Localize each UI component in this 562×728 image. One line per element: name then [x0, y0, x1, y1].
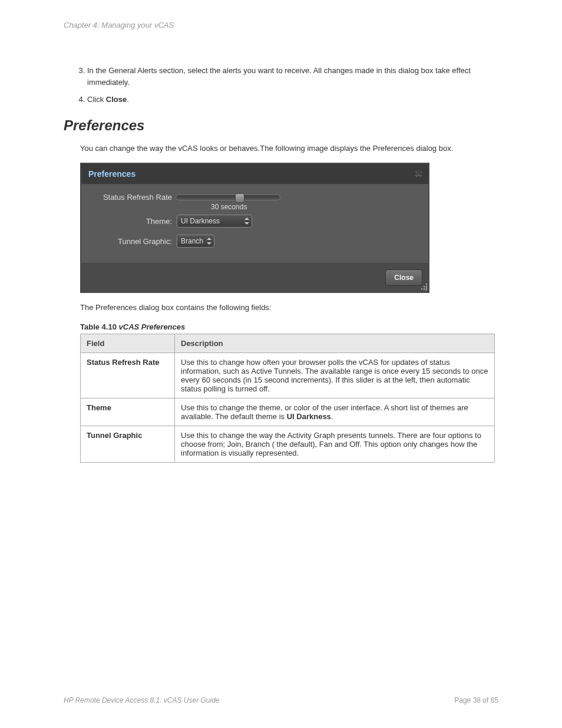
chapter-header: Chapter 4: Managing your vCAS	[64, 21, 498, 29]
slider-thumb[interactable]	[235, 193, 244, 203]
row-field: Tunnel Graphic	[81, 426, 175, 462]
resize-grip-icon[interactable]	[420, 284, 427, 291]
col-field-header: Field	[81, 334, 175, 353]
dialog-body: Status Refresh Rate 30 seconds Theme: UI…	[81, 185, 428, 263]
updown-icon	[244, 218, 249, 225]
row-field: Status Refresh Rate	[81, 353, 175, 398]
tunnel-graphic-label: Tunnel Graphic:	[87, 237, 176, 246]
table-row: Theme Use this to change the theme, or c…	[81, 398, 495, 426]
table-caption-prefix: Table 4.10	[80, 322, 119, 331]
row-desc: Use this to change how often your browse…	[175, 353, 495, 398]
row-field: Theme	[81, 398, 175, 426]
row-desc: Use this to change the theme, or color o…	[175, 398, 495, 426]
tunnel-graphic-select[interactable]: Branch	[177, 235, 214, 248]
table-row: Tunnel Graphic Use this to change the wa…	[81, 426, 495, 462]
col-desc-header: Description	[175, 334, 495, 353]
status-refresh-slider[interactable]: 30 seconds	[176, 195, 280, 200]
footer-doc-title: HP Remote Device Access 8.1: vCAS User G…	[64, 696, 220, 704]
table-row: Status Refresh Rate Use this to change h…	[81, 353, 495, 398]
step-4-prefix: Click	[87, 95, 106, 104]
status-refresh-label: Status Refresh Rate	[87, 193, 176, 202]
theme-select[interactable]: UI Darkness	[177, 215, 252, 228]
preferences-dialog: Preferences ✖ Status Refresh Rate 30 sec…	[80, 163, 429, 293]
footer-page-number: Page 38 of 65	[454, 696, 498, 704]
table-caption-title: vCAS Preferences	[119, 322, 186, 331]
page-footer: HP Remote Device Access 8.1: vCAS User G…	[64, 696, 498, 704]
step-3: In the General Alerts section, select th…	[87, 65, 498, 88]
theme-value: UI Darkness	[181, 217, 220, 225]
step-4-suffix: .	[127, 95, 129, 104]
row-desc-bold: UI Darkness	[287, 412, 331, 421]
tunnel-graphic-value: Branch	[181, 237, 203, 245]
step-4: Click Close.	[87, 94, 498, 106]
slider-track[interactable]	[176, 195, 280, 200]
dialog-footer: Close	[81, 263, 428, 292]
steps-list: In the General Alerts section, select th…	[64, 65, 498, 106]
close-icon[interactable]: ✖	[415, 167, 422, 179]
dialog-titlebar: Preferences ✖	[81, 164, 428, 185]
step-4-action: Close	[106, 95, 127, 104]
preferences-table: Field Description Status Refresh Rate Us…	[80, 334, 495, 463]
section-title: Preferences	[64, 117, 498, 134]
intro-paragraph: You can change the way the vCAS looks or…	[80, 143, 498, 154]
theme-label: Theme:	[87, 217, 176, 226]
row-desc-post: .	[331, 412, 333, 421]
dialog-title-text: Preferences	[88, 169, 135, 179]
table-caption: Table 4.10 vCAS Preferences	[80, 322, 498, 331]
slider-value: 30 seconds	[211, 203, 247, 211]
after-dialog-text: The Preferences dialog box contains the …	[80, 302, 498, 314]
updown-icon	[207, 238, 211, 245]
row-desc: Use this to change the way the Activity …	[175, 426, 495, 462]
close-button[interactable]: Close	[385, 269, 422, 286]
